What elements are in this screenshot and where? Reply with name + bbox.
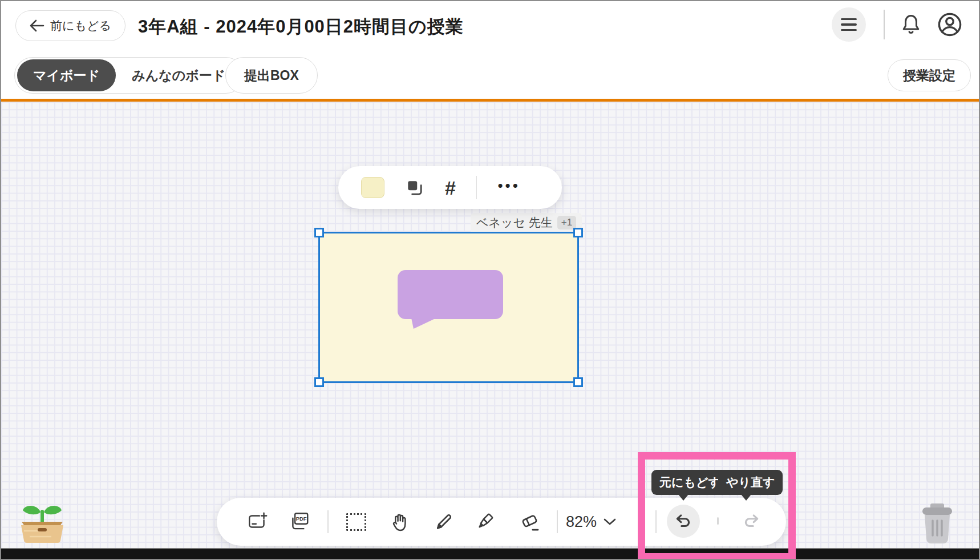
pdf-export-button[interactable]: PDF bbox=[286, 508, 313, 535]
page-title: 3年A組 - 2024年0月00日2時間目の授業 bbox=[138, 15, 464, 39]
class-settings-button[interactable]: 授業設定 bbox=[888, 59, 971, 91]
hand-icon bbox=[389, 511, 411, 533]
chevron-down-icon bbox=[604, 518, 616, 526]
duplicate-icon bbox=[405, 178, 424, 198]
board-editor-screen: 前にもどる 3年A組 - 2024年0月00日2時間目の授業 bbox=[0, 0, 980, 560]
toolbar-divider bbox=[476, 176, 477, 199]
back-button[interactable]: 前にもどる bbox=[15, 10, 125, 41]
bottom-system-bar bbox=[1, 548, 979, 559]
speech-bubble-tail bbox=[411, 318, 436, 329]
account-icon bbox=[936, 11, 963, 38]
header-bar: 前にもどる 3年A組 - 2024年0月00日2時間目の授業 bbox=[1, 1, 979, 99]
add-board-button[interactable] bbox=[244, 508, 272, 535]
tab-my-board[interactable]: マイボード bbox=[17, 59, 116, 91]
pdf-icon: PDF bbox=[289, 511, 310, 533]
duplicate-button[interactable] bbox=[405, 178, 424, 198]
owner-name: ベネッセ 先生 bbox=[476, 215, 553, 231]
back-button-label: 前にもどる bbox=[50, 18, 111, 34]
undo-button[interactable] bbox=[667, 505, 700, 538]
eraser-tool[interactable] bbox=[516, 508, 544, 535]
more-icon: ••• bbox=[497, 177, 520, 194]
tag-button[interactable]: # bbox=[445, 178, 456, 198]
selected-card[interactable] bbox=[318, 232, 579, 383]
hand-tool[interactable] bbox=[386, 508, 414, 535]
zoom-level-dropdown[interactable]: 82% bbox=[566, 508, 616, 535]
account-button[interactable] bbox=[936, 10, 964, 39]
header-divider bbox=[884, 10, 885, 39]
more-options-button[interactable]: ••• bbox=[497, 178, 520, 198]
undo-tooltip-pointer bbox=[678, 494, 689, 501]
color-swatch-button[interactable] bbox=[361, 177, 384, 198]
main-toolbar: PDF bbox=[217, 498, 786, 546]
seedling-box-icon bbox=[16, 502, 68, 545]
marquee-select-tool[interactable] bbox=[342, 508, 370, 535]
selection-handle-bottom-left[interactable] bbox=[314, 377, 324, 387]
redo-icon bbox=[742, 511, 761, 531]
selection-handle-bottom-right[interactable] bbox=[573, 377, 583, 387]
pencil-icon bbox=[433, 511, 455, 533]
hamburger-icon bbox=[841, 18, 857, 31]
hamburger-menu-button[interactable] bbox=[832, 7, 866, 42]
toolbar-divider bbox=[327, 510, 329, 533]
undo-icon bbox=[674, 511, 693, 531]
toolbar-divider bbox=[655, 510, 657, 533]
object-toolbar: # ••• bbox=[338, 166, 562, 209]
selection-owner-label: ベネッセ 先生 +1 bbox=[471, 213, 582, 232]
selection-handle-top-right[interactable] bbox=[573, 228, 583, 237]
undo-tooltip: 元にもどす bbox=[651, 470, 728, 495]
storage-box-button[interactable] bbox=[16, 502, 68, 545]
add-board-icon bbox=[247, 511, 269, 533]
marker-icon bbox=[473, 511, 495, 533]
hash-icon: # bbox=[445, 177, 456, 199]
submit-box-button[interactable]: 提出BOX bbox=[225, 57, 318, 94]
trash-button[interactable] bbox=[920, 502, 955, 546]
selection-handle-top-left[interactable] bbox=[314, 228, 324, 237]
eraser-icon bbox=[519, 511, 541, 533]
redo-tooltip: やり直す bbox=[718, 470, 783, 495]
redo-button[interactable] bbox=[735, 505, 768, 538]
bell-icon bbox=[899, 13, 923, 37]
trash-icon bbox=[920, 502, 955, 546]
speech-bubble-shape[interactable] bbox=[398, 270, 503, 319]
pencil-tool[interactable] bbox=[430, 508, 457, 535]
redo-tooltip-pointer bbox=[741, 494, 751, 501]
notifications-button[interactable] bbox=[897, 11, 925, 38]
toolbar-divider bbox=[557, 510, 558, 533]
undo-redo-divider bbox=[717, 517, 719, 525]
pdf-icon-label: PDF bbox=[296, 515, 307, 522]
board-tab-group: マイボード みんなのボード bbox=[14, 57, 244, 94]
back-arrow-icon bbox=[30, 19, 44, 32]
zoom-level-value: 82% bbox=[566, 513, 597, 531]
marquee-select-icon bbox=[346, 513, 366, 531]
tab-everyone-board[interactable]: みんなのボード bbox=[116, 59, 241, 91]
marker-tool[interactable] bbox=[471, 508, 498, 535]
